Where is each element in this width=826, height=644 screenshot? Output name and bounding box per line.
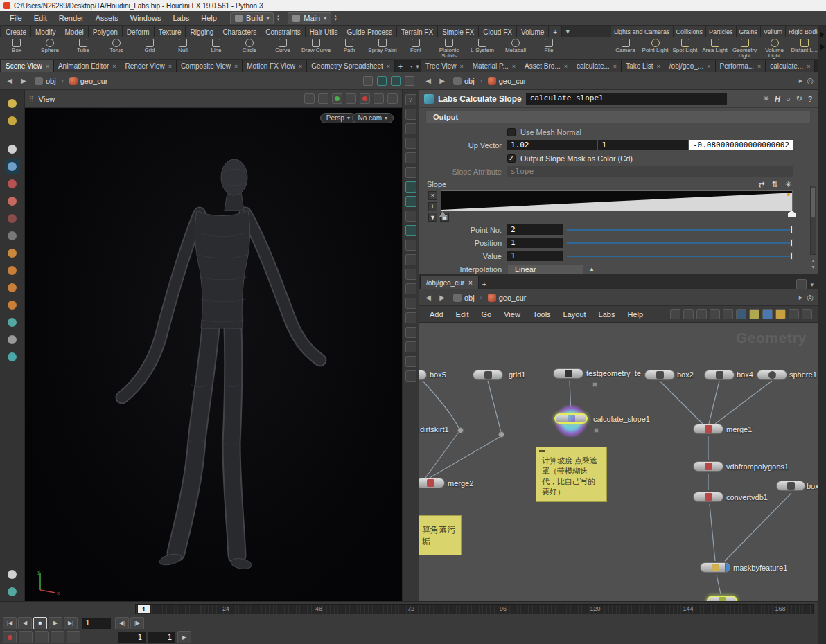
display-toggle-icon[interactable] bbox=[405, 283, 416, 294]
radial-menu-icon[interactable]: ◎ bbox=[807, 76, 814, 85]
node-box2[interactable] bbox=[644, 370, 675, 380]
shelf-tab[interactable]: Grains bbox=[737, 26, 762, 37]
ramp-collapse-icon[interactable]: ▼ bbox=[428, 213, 437, 222]
shelf-tool-torus[interactable]: Torus bbox=[100, 37, 133, 60]
tree-view-icon[interactable] bbox=[683, 309, 694, 319]
viewport-tool-icon[interactable] bbox=[5, 228, 20, 243]
menu-help[interactable]: Help bbox=[622, 309, 649, 320]
menu-edit[interactable]: Edit bbox=[28, 13, 53, 23]
back-icon[interactable]: ◀ bbox=[423, 75, 434, 87]
tab-geometry-spreadsheet[interactable]: Geometry Spreadsheet× bbox=[307, 60, 395, 72]
pane-expand-icon[interactable] bbox=[820, 44, 825, 51]
realtime-button[interactable] bbox=[67, 631, 80, 643]
customize-icon[interactable] bbox=[670, 309, 680, 319]
wire-dot[interactable] bbox=[457, 427, 464, 433]
grid-snap-icon[interactable] bbox=[710, 309, 720, 319]
menu-windows[interactable]: Windows bbox=[125, 13, 167, 23]
camera-menu[interactable]: No cam▾ bbox=[352, 113, 394, 123]
pane-menu-icon[interactable]: ▾ bbox=[810, 281, 814, 288]
display-toggle-icon[interactable] bbox=[405, 123, 416, 134]
shelf-tool-platonic[interactable]: Platonic Solids bbox=[432, 37, 466, 60]
range-expand-button[interactable]: ▶ bbox=[177, 631, 191, 643]
new-tab-button[interactable]: + bbox=[479, 278, 490, 289]
jump-up-icon[interactable] bbox=[802, 309, 812, 319]
node-box4[interactable] bbox=[704, 370, 735, 380]
node-convertvdb1[interactable] bbox=[693, 492, 723, 502]
gallery-icon[interactable] bbox=[775, 309, 786, 319]
shelf-tool-camera[interactable]: Camera bbox=[610, 37, 640, 60]
output-mask-checkbox[interactable]: ✓ bbox=[507, 154, 516, 163]
shelf-tool-distant-light[interactable]: Distant L... bbox=[789, 37, 819, 60]
shelf-tab[interactable]: Deform bbox=[123, 26, 155, 37]
network-tab[interactable]: /obj/geo_cur× bbox=[420, 276, 479, 289]
shelf-tool-draw-curve[interactable]: Draw Curve bbox=[299, 37, 333, 60]
ramp-reverse-icon[interactable]: ⇄ bbox=[758, 180, 764, 189]
forward-icon[interactable]: ▶ bbox=[437, 292, 448, 303]
desktop-stepper[interactable]: ▲▼ bbox=[276, 15, 280, 21]
shelf-tab[interactable]: Modify bbox=[31, 26, 60, 37]
display-toggle-icon[interactable] bbox=[405, 370, 416, 382]
ramp-handle-start[interactable] bbox=[439, 211, 446, 217]
shelf-tab[interactable]: Texture bbox=[155, 26, 186, 37]
next-frame-button[interactable]: |▶ bbox=[130, 617, 144, 629]
use-mesh-normal-checkbox[interactable] bbox=[507, 128, 516, 136]
shelf-tool-path[interactable]: Path bbox=[333, 37, 366, 60]
node-grid1[interactable] bbox=[473, 370, 503, 380]
tab-tree-view[interactable]: Tree View× bbox=[421, 60, 468, 72]
range-end-field[interactable]: 1 bbox=[148, 632, 175, 643]
tab-obj-geo[interactable]: /obj/geo_...× bbox=[665, 60, 716, 72]
point-no-slider[interactable] bbox=[567, 225, 793, 234]
menu-labs[interactable]: Labs bbox=[593, 309, 621, 320]
tab-composite-view[interactable]: Composite View× bbox=[177, 60, 243, 72]
select-objects-icon[interactable] bbox=[318, 93, 328, 104]
breadcrumb-obj[interactable]: obj bbox=[450, 293, 477, 303]
tab-calculate[interactable]: calculate...× bbox=[572, 60, 622, 72]
projection-menu[interactable]: Persp▾ bbox=[320, 113, 356, 123]
shelf-tool-sphere[interactable]: Sphere bbox=[33, 37, 67, 60]
new-tab-button[interactable]: + bbox=[395, 60, 406, 72]
viewport-tool-icon[interactable] bbox=[5, 280, 20, 295]
menu-labs[interactable]: Labs bbox=[167, 13, 195, 23]
shelf-tab[interactable]: Lights and Cameras bbox=[611, 26, 674, 37]
shelf-tab[interactable]: Particles bbox=[706, 26, 737, 37]
select-tool-icon[interactable] bbox=[5, 141, 20, 156]
help-icon[interactable]: ? bbox=[808, 95, 812, 103]
breadcrumb-geo-cur[interactable]: geo_cur bbox=[67, 76, 111, 86]
section-output[interactable]: Output bbox=[425, 110, 811, 123]
tab-calculate-2[interactable]: calculate...× bbox=[766, 60, 815, 72]
node-box3[interactable] bbox=[776, 481, 805, 491]
note-collapse-icon[interactable] bbox=[539, 450, 545, 452]
shelf-tool-spray-paint[interactable]: Spray Paint bbox=[366, 37, 399, 60]
shelf-tool-null[interactable]: Null bbox=[166, 37, 200, 60]
display-toggle-icon[interactable] bbox=[405, 152, 416, 163]
shelf-tab[interactable]: Polygon bbox=[89, 26, 123, 37]
close-icon[interactable]: × bbox=[468, 279, 473, 287]
node-cut-bottom[interactable] bbox=[707, 596, 737, 601]
select-mode-icon[interactable] bbox=[304, 93, 315, 104]
shelf-tab[interactable]: Constraints bbox=[261, 26, 306, 37]
position-slider[interactable] bbox=[567, 238, 793, 247]
display-toggle-icon[interactable] bbox=[405, 341, 416, 352]
viewport-tool-icon[interactable] bbox=[5, 584, 20, 599]
shelf-tool-volume-light[interactable]: Volume Light bbox=[759, 37, 789, 60]
up-vector-z-field[interactable]: -0.080000000000000002 bbox=[689, 140, 793, 150]
back-icon[interactable]: ◀ bbox=[4, 75, 15, 87]
params-scrollbar[interactable] bbox=[810, 186, 816, 255]
menu-assets[interactable]: Assets bbox=[90, 13, 124, 23]
shelf-tab[interactable]: Create bbox=[1, 26, 31, 37]
current-frame-field[interactable]: 1 bbox=[82, 618, 111, 629]
list-view-icon[interactable] bbox=[696, 309, 707, 319]
tab-render-view[interactable]: Render View× bbox=[121, 60, 177, 72]
breadcrumb-geo-cur[interactable]: geo_cur bbox=[485, 293, 529, 303]
sticky-note-slope[interactable]: 计算坡度 点乘遮罩（带模糊迭代，比自己写的要好） bbox=[536, 447, 607, 502]
params-scroll-arrows[interactable]: ▲▼ bbox=[810, 258, 816, 270]
node-sphere1[interactable] bbox=[757, 370, 787, 380]
point-no-field[interactable]: 2 bbox=[507, 224, 563, 235]
play-button[interactable]: ▶ bbox=[49, 617, 62, 629]
color-palette-icon[interactable] bbox=[736, 309, 746, 319]
shelf-tool-area-light[interactable]: Area Light bbox=[700, 37, 730, 60]
timeline-ruler[interactable]: 1 24 48 72 96 120 144 168 bbox=[135, 604, 814, 614]
gear-icon[interactable]: ✳ bbox=[763, 94, 769, 103]
node-comment-badge[interactable] bbox=[592, 382, 597, 387]
prev-frame-button[interactable]: ◀| bbox=[115, 617, 129, 629]
